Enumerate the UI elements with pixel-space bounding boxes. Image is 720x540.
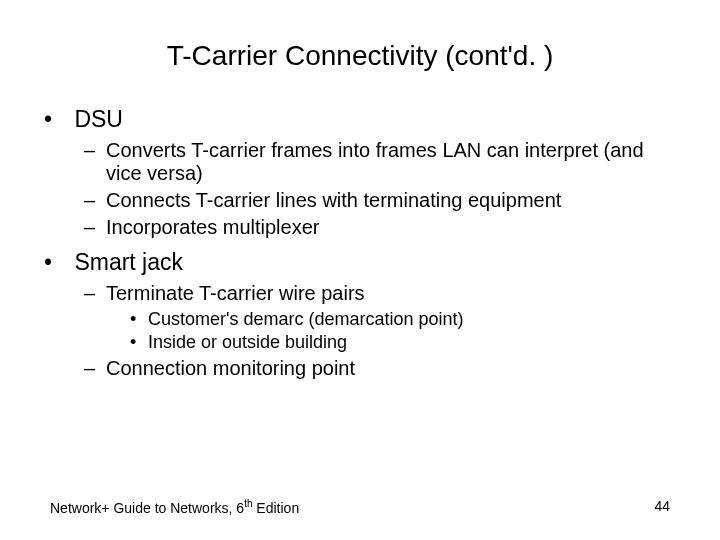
list-item: Incorporates multiplexer [84,216,670,239]
list-item: Inside or outside building [130,332,670,353]
list-item-label: Inside or outside building [148,332,347,352]
list-item-label: Customer's demarc (demarcation point) [148,309,464,329]
list-item: Connection monitoring point [84,357,670,380]
slide: T-Carrier Connectivity (cont'd. ) DSU Co… [0,0,720,540]
footer-text: Network+ Guide to Networks, 6 [50,500,244,516]
list-item-label: Converts T-carrier frames into frames LA… [106,139,644,184]
list-item: Connects T-carrier lines with terminatin… [84,189,670,212]
bullet-list: Converts T-carrier frames into frames LA… [84,139,670,239]
list-item-label: Connection monitoring point [106,357,355,379]
list-item: Converts T-carrier frames into frames LA… [84,139,670,185]
list-item: DSU Converts T-carrier frames into frame… [50,106,670,239]
list-item-label: Smart jack [74,249,183,275]
list-item: Smart jack Terminate T-carrier wire pair… [50,249,670,380]
bullet-list: Terminate T-carrier wire pairs Customer'… [84,282,670,380]
footer-source: Network+ Guide to Networks, 6th Edition [50,498,299,516]
list-item: Terminate T-carrier wire pairs Customer'… [84,282,670,353]
list-item-label: Incorporates multiplexer [106,216,319,238]
bullet-list: DSU Converts T-carrier frames into frame… [50,106,670,380]
bullet-list: Customer's demarc (demarcation point) In… [130,309,670,353]
slide-title: T-Carrier Connectivity (cont'd. ) [50,40,670,72]
footer-text: Edition [252,500,299,516]
list-item-label: Connects T-carrier lines with terminatin… [106,189,561,211]
slide-footer: Network+ Guide to Networks, 6th Edition … [50,498,670,516]
list-item-label: DSU [74,106,123,132]
list-item: Customer's demarc (demarcation point) [130,309,670,330]
list-item-label: Terminate T-carrier wire pairs [106,282,365,304]
page-number: 44 [654,498,670,516]
